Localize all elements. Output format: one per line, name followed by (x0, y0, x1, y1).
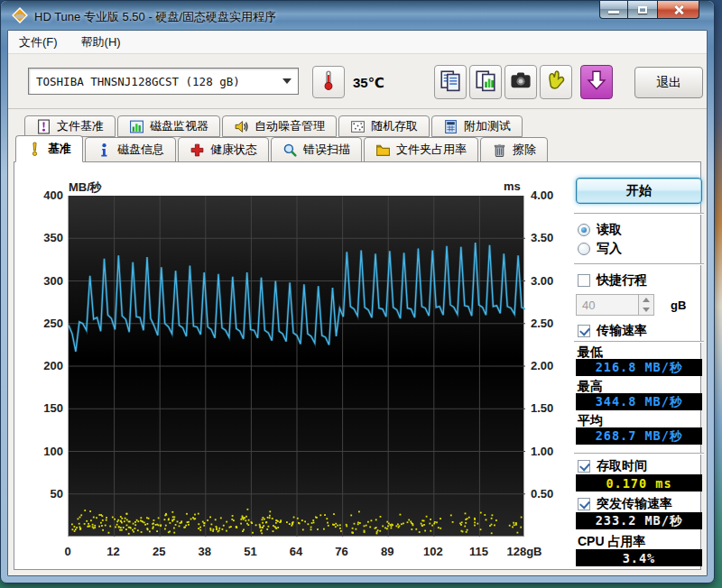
tab-label: 磁盘监视器 (150, 118, 208, 134)
window-title: HD Tune 专业版 5.50 - 硬盘/固态硬盘实用程序 (34, 9, 276, 25)
minimize-button[interactable] (599, 1, 628, 19)
short-stroke-size-stepper[interactable]: 40 gB (576, 294, 686, 316)
random-access-icon (350, 119, 366, 134)
camera-icon (509, 69, 532, 96)
left-axis-tick: 250 (29, 317, 63, 330)
tab-erase[interactable]: 擦除 (480, 137, 548, 162)
left-axis-tick: 50 (29, 487, 63, 501)
controls-panel: 开始 读取 写入 快捷行程 40 (574, 162, 706, 569)
cpu-usage-label: CPU 占用率 (578, 534, 645, 550)
close-button[interactable] (657, 1, 699, 19)
write-mode-label: 写入 (597, 241, 622, 257)
avg-value-display: 268.7 MB/秒 (576, 427, 702, 445)
burst-rate-label: 突发传输速率 (597, 496, 672, 512)
save-results-button[interactable] (580, 65, 613, 99)
benchmark-chart-plot (68, 196, 524, 537)
right-axis-tick: 0.50 (531, 487, 569, 501)
write-mode-radio[interactable]: 写入 (578, 241, 622, 257)
transfer-rate-label: 传输速率 (597, 323, 647, 339)
hand-icon (544, 69, 568, 96)
title-bar[interactable]: HD Tune 专业版 5.50 - 硬盘/固态硬盘实用程序 (1, 1, 714, 30)
radio-selected-icon (578, 224, 590, 236)
max-value-display: 344.8 MB/秒 (576, 393, 702, 410)
maximize-button[interactable] (628, 1, 657, 19)
copy-image-button[interactable] (469, 65, 502, 99)
drive-select-value: TOSHIBA THNSNJ128GCST (128 gB) (29, 75, 276, 88)
start-button[interactable]: 开始 (576, 178, 702, 204)
tab-random-access[interactable]: 随机存取 (338, 115, 430, 137)
tab-disk-info[interactable]: 磁盘信息 (85, 137, 176, 162)
burst-rate-display: 233.2 MB/秒 (576, 512, 702, 529)
min-value-display: 216.8 MB/秒 (576, 359, 702, 376)
access-time-checkbox[interactable]: 存取时间 (578, 458, 647, 474)
separator (574, 263, 704, 265)
left-axis-tick: 350 (29, 231, 63, 244)
right-axis-tick: 1.00 (531, 445, 569, 458)
menu-bar: 文件(F)帮助(H) (8, 31, 707, 54)
access-time-label: 存取时间 (597, 458, 647, 474)
tab-disk-monitor[interactable]: 磁盘监视器 (117, 115, 220, 137)
tab-extra-tests[interactable]: 附加测试 (431, 115, 523, 137)
short-stroke-size-value[interactable]: 40 (576, 294, 639, 316)
burst-rate-checkbox[interactable]: 突发传输速率 (578, 496, 672, 512)
x-axis-tick: 12 (90, 545, 137, 558)
tab-file-benchmark[interactable]: 文件基准 (24, 115, 116, 137)
tab-benchmark[interactable]: 基准 (15, 135, 83, 162)
copy-text-icon (439, 69, 462, 96)
thermometer-icon (318, 69, 339, 95)
tab-label: 文件夹占用率 (396, 142, 467, 158)
cpu-usage-display: 3.4% (576, 549, 702, 566)
app-window: HD Tune 专业版 5.50 - 硬盘/固态硬盘实用程序 文件(F)帮助(H… (0, 0, 715, 583)
temperature-value: 35℃ (353, 75, 384, 91)
right-axis-tick: 3.50 (531, 231, 569, 244)
tab-error-scan[interactable]: 错误扫描 (271, 137, 362, 162)
x-axis-tick: 115 (455, 545, 502, 558)
tab-label: 基准 (48, 141, 71, 157)
left-axis-tick: 400 (29, 188, 63, 202)
health-icon (190, 142, 205, 158)
tab-label: 磁盘信息 (117, 142, 164, 158)
exit-button[interactable]: 退出 (634, 67, 703, 98)
copy-image-icon (474, 69, 497, 96)
left-axis-tick: 200 (29, 359, 63, 372)
read-mode-radio[interactable]: 读取 (578, 222, 622, 238)
tab-strip: 文件基准磁盘监视器自动噪音管理随机存取附加测试 基准磁盘信息健康状态错误扫描文件… (8, 110, 707, 162)
transfer-rate-checkbox[interactable]: 传输速率 (578, 323, 647, 339)
file-benchmark-icon (36, 119, 51, 134)
checkbox-checked-icon (578, 460, 590, 473)
screenshot-button[interactable] (504, 65, 537, 99)
x-axis-tick: 0 (44, 545, 91, 558)
x-axis-tick: 102 (410, 545, 457, 558)
disk-monitor-icon (129, 119, 144, 134)
access-time-display: 0.170 ms (576, 474, 702, 492)
tab-aam[interactable]: 自动噪音管理 (222, 115, 337, 137)
separator (574, 341, 704, 343)
window-body: 文件(F)帮助(H) TOSHIBA THNSNJ128GCST (128 gB… (7, 30, 708, 576)
speaker-icon (234, 119, 249, 134)
menu-item-help[interactable]: 帮助(H) (81, 34, 121, 51)
tab-label: 附加测试 (464, 118, 511, 134)
close-icon (673, 5, 684, 15)
separator (574, 213, 704, 215)
x-axis-tick: 76 (319, 545, 366, 558)
stepper-down-button[interactable] (639, 305, 653, 315)
app-logo-icon (12, 7, 28, 27)
toolbar: TOSHIBA THNSNJ128GCST (128 gB) 35℃ 退出 (8, 55, 707, 109)
tab-folder-usage[interactable]: 文件夹占用率 (364, 137, 478, 162)
radio-unselected-icon (578, 243, 590, 255)
copy-text-button[interactable] (434, 65, 467, 99)
caption-buttons (599, 1, 699, 19)
aam-hand-button[interactable] (540, 65, 572, 99)
chevron-down-icon (276, 69, 298, 94)
tab-label: 错误扫描 (303, 142, 350, 158)
temperature-button[interactable] (312, 66, 345, 98)
x-axis-tick: 64 (273, 545, 319, 558)
short-stroke-unit: gB (671, 299, 686, 312)
drive-select-dropdown[interactable]: TOSHIBA THNSNJ128GCST (128 gB) (28, 68, 299, 95)
menu-item-file[interactable]: 文件(F) (19, 34, 58, 51)
tab-health[interactable]: 健康状态 (178, 137, 269, 162)
checkbox-unchecked-icon (578, 274, 590, 287)
short-stroke-checkbox[interactable]: 快捷行程 (578, 272, 647, 289)
tab-label: 文件基准 (57, 118, 104, 134)
stepper-up-button[interactable] (639, 295, 653, 305)
